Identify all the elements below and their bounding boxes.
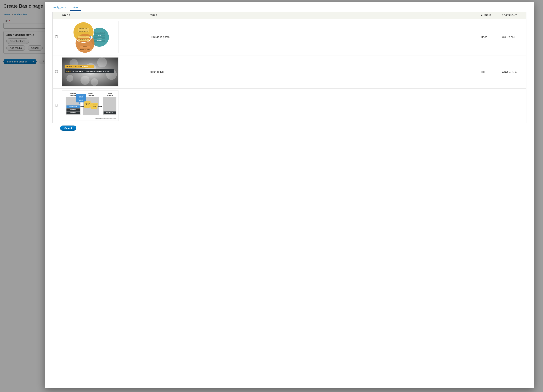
svg-text:(This process is currently bei: (This process is currently being defined… — [95, 118, 116, 119]
media-table: IMAGE TITLE AUTEUR COPYRIGHT — [52, 12, 526, 123]
svg-text:MEDIA: MEDIA — [98, 35, 101, 36]
table-header-row: IMAGE TITLE AUTEUR COPYRIGHT — [53, 12, 526, 19]
modal-body: IMAGE TITLE AUTEUR COPYRIGHT — [45, 11, 534, 388]
row-checkbox[interactable] — [55, 70, 58, 73]
svg-text:DRUPAL 8 WILL BE GREAT: DRUPAL 8 WILL BE GREAT — [66, 66, 88, 67]
row-author: jojo — [479, 55, 500, 88]
col-title[interactable]: TITLE — [148, 12, 479, 19]
svg-text:API-FIRST: API-FIRST — [81, 37, 86, 38]
col-author[interactable]: AUTEUR — [479, 12, 500, 19]
tab-entity-form[interactable]: entity_form — [52, 5, 66, 11]
table-row: DRUPAL 8 WILL BE GREAT MORE FREQUENT REL… — [53, 55, 526, 88]
svg-text:WORKFLOW: WORKFLOW — [96, 38, 102, 39]
svg-point-32 — [90, 78, 98, 86]
row-copyright — [500, 88, 526, 123]
svg-point-30 — [80, 76, 90, 85]
svg-text:Proposedinitiatives: Proposedinitiatives — [69, 93, 76, 96]
row-copyright: GNU GPL v2 — [500, 55, 526, 88]
svg-text:DATA MODELING: DATA MODELING — [79, 39, 87, 40]
svg-text:COMPONENT LIBRARY: COMPONENT LIBRARY — [80, 49, 90, 50]
svg-text:MIGRATE: MIGRATE — [97, 40, 102, 41]
row-checkbox[interactable] — [55, 104, 58, 106]
svg-text:MORE FREQUENT RELEASES WITH NE: MORE FREQUENT RELEASES WITH NEW FEATURES — [66, 70, 109, 72]
select-button[interactable]: Select — [60, 126, 76, 131]
row-author — [479, 88, 500, 123]
thumbnail-initiatives[interactable]: Proposedinitiatives Plannedinitiatives A… — [62, 90, 119, 121]
thumbnail-venn[interactable]: BLOCKS & LAYOUT MEDIA WORKFLOW MIGRATE C… — [62, 21, 119, 53]
svg-text:THEME: THEME — [83, 46, 87, 47]
modal-actions: Select — [52, 123, 526, 131]
table-row: Proposedinitiatives Plannedinitiatives A… — [53, 88, 526, 123]
table-row: BLOCKS & LAYOUT MEDIA WORKFLOW MIGRATE C… — [53, 19, 526, 56]
svg-text:BLOCKS & LAYOUT: BLOCKS & LAYOUT — [95, 33, 104, 34]
svg-point-28 — [97, 57, 107, 67]
svg-text:INITIATIVE #1: INITIATIVE #1 — [106, 112, 113, 113]
svg-text:CROSS-CHANNEL: CROSS-CHANNEL — [79, 28, 87, 29]
entity-browser-modal: entity_form view IMAGE TITLE AUTEUR COPY… — [45, 2, 534, 388]
row-copyright: CC BY-NC — [500, 19, 526, 56]
row-title: Titre de la photo — [148, 19, 479, 56]
svg-text:YOUR INITIATIVE: YOUR INITIATIVE — [69, 106, 77, 107]
modal-tabs: entity_form view — [45, 2, 534, 11]
row-author: Dries — [479, 19, 500, 56]
row-title: futur de D8 — [148, 55, 479, 88]
svg-point-31 — [66, 75, 73, 82]
svg-text:INITIATIVE #2: INITIATIVE #2 — [70, 109, 76, 110]
svg-text:ORCHESTRATION: ORCHESTRATION — [79, 31, 87, 32]
col-copyright[interactable]: COPYRIGHT — [500, 12, 526, 19]
tab-view[interactable]: view — [72, 5, 79, 11]
col-image[interactable]: IMAGE — [61, 12, 148, 19]
row-title — [148, 88, 479, 123]
row-checkbox[interactable] — [55, 35, 58, 38]
svg-text:Plannedinitiatives: Plannedinitiatives — [87, 93, 94, 96]
col-checkbox — [53, 12, 61, 19]
thumbnail-drupal8[interactable]: DRUPAL 8 WILL BE GREAT MORE FREQUENT REL… — [62, 57, 119, 86]
svg-text:INITIATIVE #3: INITIATIVE #3 — [70, 112, 76, 113]
